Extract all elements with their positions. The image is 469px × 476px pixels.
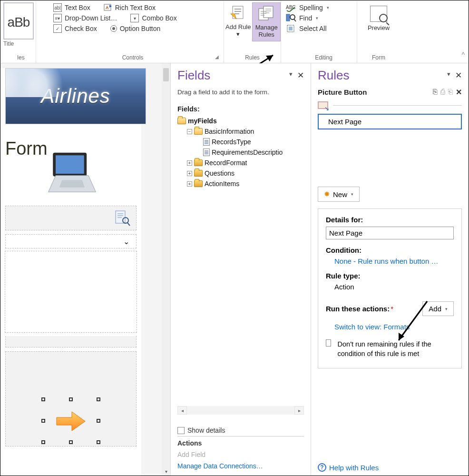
scroll-left-icon[interactable]: ◂ [177, 406, 187, 415]
preview-icon [370, 5, 387, 22]
ctrl-option[interactable]: Option Button [110, 24, 161, 33]
tree-item[interactable]: ActionItems [205, 180, 239, 188]
delete-icon[interactable]: ✕ [456, 88, 462, 97]
tree-item-basic[interactable]: BasicInformation [205, 128, 254, 135]
close-icon[interactable]: ✕ [455, 70, 462, 80]
selected-picture-button[interactable] [43, 399, 98, 442]
svg-marker-22 [57, 412, 85, 431]
help-with-rules-link[interactable]: ? Help with Rules [318, 463, 379, 472]
ctrl-combo[interactable]: ▾Combo Box [130, 14, 176, 22]
form-section-1[interactable] [5, 206, 137, 230]
ctrl-text-box[interactable]: ab|Text Box [53, 3, 90, 12]
design-canvas[interactable]: Airlines Form ⌄ [0, 63, 171, 476]
svg-text:A: A [106, 5, 109, 10]
pane-options-icon[interactable]: ▾ [289, 70, 293, 80]
combo-icon: ▾ [130, 14, 139, 22]
manage-rules-icon [258, 5, 275, 22]
action-switch-view-link[interactable]: Switch to view: Formats [326, 323, 454, 331]
svg-point-8 [290, 15, 295, 20]
rule-type-label: Rule type: [326, 272, 454, 280]
expand-icon[interactable]: + [187, 171, 192, 176]
rule-name-field[interactable] [326, 227, 454, 239]
condition-link[interactable]: None - Rule runs when button … [326, 257, 454, 265]
chevron-down-icon: ⌄ [123, 237, 129, 246]
paste-all-icon[interactable]: ⎗ [448, 88, 453, 97]
dropdown-icon: ≡▾ [53, 14, 62, 22]
checkbox-icon[interactable] [326, 339, 331, 347]
rule-details: Details for: Condition: None - Rule runs… [318, 208, 462, 368]
add-rule-button[interactable]: Add Rule▾ [224, 2, 252, 40]
rules-subtitle: Picture Button [318, 88, 367, 96]
form-section-3[interactable] [5, 336, 137, 347]
richtext-icon: A [104, 3, 112, 12]
new-icon: ✸ [324, 190, 330, 198]
chevron-down-icon: ▾ [316, 16, 318, 20]
rules-pane: Rules ▾✕ Picture Button ⎘ ⎙ ⎗ ✕ Next Pag… [311, 63, 469, 476]
select-all-icon [286, 24, 296, 33]
form-dropdown-field[interactable]: ⌄ [5, 234, 137, 248]
folder-icon [194, 128, 203, 135]
banner[interactable]: Airlines [5, 68, 146, 124]
copy-icon[interactable]: ⎘ [433, 88, 438, 97]
editing-group: ABCSpelling▾ Find▾ Select All Editing [281, 0, 357, 63]
tree-leaf[interactable]: RequirementsDescriptio [212, 149, 283, 156]
spelling-button[interactable]: ABCSpelling▾ [286, 2, 354, 13]
folder-icon [177, 118, 186, 124]
add-action-button[interactable]: Add▾ [422, 301, 454, 316]
select-all-button[interactable]: Select All [286, 23, 354, 34]
scroll-right-icon[interactable]: ▸ [294, 406, 304, 415]
scroll-thumb[interactable] [163, 68, 169, 81]
find-icon [286, 14, 296, 22]
form-section-4[interactable] [5, 351, 137, 446]
svg-rect-5 [264, 6, 273, 18]
ctrl-checkbox[interactable]: ✓Check Box [53, 24, 97, 33]
richtext-svg-icon: A [104, 4, 112, 11]
preview-button[interactable]: Preview [368, 3, 390, 34]
collapse-ribbon-icon[interactable]: ^ [461, 51, 465, 59]
folder-icon [194, 180, 203, 187]
ctrl-rich-text[interactable]: A Rich Text Box [104, 3, 156, 12]
svg-rect-16 [56, 156, 84, 174]
folder-icon [194, 170, 203, 177]
style-preview[interactable]: aBb [3, 2, 34, 40]
scroll-down-icon[interactable]: ▾ [162, 466, 170, 476]
close-icon[interactable]: ✕ [297, 70, 304, 80]
manage-rules-button[interactable]: Manage Rules [252, 2, 281, 41]
vertical-scrollbar[interactable]: ▴ ▾ [162, 63, 170, 476]
tree-item[interactable]: Questions [205, 169, 234, 177]
folder-icon [194, 159, 203, 166]
fields-section-label: Fields: [177, 105, 304, 113]
paste-icon[interactable]: ⎙ [440, 88, 445, 97]
actions-label: Actions [177, 436, 304, 449]
fields-tree[interactable]: myFields −BasicInformation RecordsType R… [177, 116, 304, 189]
form-section-2[interactable] [5, 251, 137, 332]
expand-icon[interactable]: + [187, 160, 192, 166]
field-icon [203, 149, 210, 156]
rule-type-value: Action [326, 283, 454, 291]
spelling-icon: ABC [286, 3, 296, 12]
fields-hint: Drag a field to add it to the form. [177, 89, 304, 96]
svg-marker-18 [59, 180, 85, 187]
ctrl-dropdown[interactable]: ≡▾Drop-Down List… [53, 14, 117, 22]
tree-leaf[interactable]: RecordsType [212, 138, 251, 146]
rule-entry[interactable]: Next Page [318, 114, 462, 129]
svg-line-21 [127, 223, 130, 226]
chevron-down-icon: ▾ [445, 307, 448, 311]
collapse-icon[interactable]: − [187, 129, 192, 134]
dialog-launcher-icon[interactable]: ◢ [215, 54, 221, 60]
tree-item[interactable]: RecordFormat [205, 159, 247, 167]
chevron-down-icon: ▾ [327, 5, 329, 10]
find-button[interactable]: Find▾ [286, 13, 354, 23]
dont-run-label[interactable]: Don't run remaining rules if the conditi… [338, 339, 454, 358]
horizontal-scrollbar[interactable]: ◂ ▸ [177, 406, 304, 415]
new-rule-button[interactable]: ✸ New ▾ [318, 187, 360, 202]
next-arrow-icon [56, 411, 86, 434]
show-details-checkbox[interactable]: Show details [177, 425, 304, 436]
laptop-image [45, 149, 99, 198]
add-field-link: Add Field [177, 449, 304, 460]
run-actions-label: Run these actions: [326, 305, 390, 313]
tree-root[interactable]: myFields [188, 117, 217, 125]
expand-icon[interactable]: + [187, 181, 192, 187]
pane-options-icon[interactable]: ▾ [447, 70, 450, 80]
manage-connections-link[interactable]: Manage Data Connections… [177, 460, 304, 472]
